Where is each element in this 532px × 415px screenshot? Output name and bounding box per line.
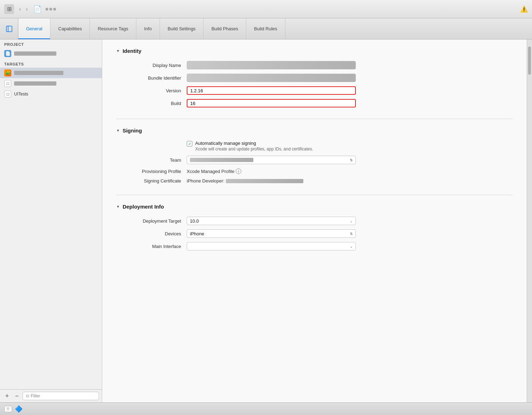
devices-arrow: ⇅ (350, 232, 353, 236)
statusbar-toggle-button[interactable]: ▽ (4, 406, 12, 412)
devices-select[interactable]: iPhone ⇅ (187, 229, 356, 238)
toolbar-dots (45, 8, 56, 11)
provisioning-row: Provisioning Profile Xcode Managed Profi… (116, 168, 513, 174)
bundle-id-label: Bundle Identifier (116, 75, 187, 81)
target3-icon: □ (4, 91, 11, 98)
build-label: Build (116, 101, 187, 106)
team-label: Team (116, 157, 187, 163)
build-input[interactable] (187, 99, 356, 107)
sidebar-item-target2[interactable]: □ (0, 78, 102, 89)
project-name (14, 51, 56, 56)
nav-back-button[interactable]: ‹ (17, 5, 23, 14)
remove-target-button[interactable]: − (13, 392, 21, 400)
deployment-section: ▼ Deployment Info Deployment Target 10.0… (116, 204, 513, 250)
content-area: ▼ Identity Display Name Bundle Identifie… (102, 39, 527, 402)
nav-forward-button[interactable]: › (24, 5, 30, 14)
scrollbar-track (527, 39, 532, 402)
auto-signing-label-group: Automatically manage signing Xcode will … (195, 141, 313, 151)
tab-build-phases[interactable]: Build Phases (204, 18, 246, 39)
file-icon: 📄 (33, 4, 43, 14)
sidebar-item-target3[interactable]: □ UITests (0, 89, 102, 99)
signing-cert-label: Signing Certificate (116, 178, 187, 184)
version-label: Version (116, 88, 187, 93)
display-name-row: Display Name (116, 61, 513, 69)
devices-label: Devices (116, 231, 187, 236)
toolbar: ⊞ ‹ › 📄 ⚠️ (0, 0, 532, 18)
statusbar: ▽ 🔷 (0, 402, 532, 415)
main-layout: PROJECT 📄 TARGETS 🧩 □ □ UITest (0, 39, 532, 402)
provisioning-info-icon[interactable]: i (236, 168, 241, 174)
identity-section-header: ▼ Identity (116, 48, 513, 54)
deployment-title: Deployment Info (123, 204, 164, 210)
tabbar: General Capabilities Resource Tags Info … (0, 18, 532, 39)
app-grid-icon: ⊞ (4, 4, 14, 14)
dot3 (53, 8, 56, 11)
identity-title: Identity (123, 48, 141, 54)
filter-input[interactable]: ⊙ Filter (23, 392, 99, 400)
project-icon: 📄 (4, 50, 11, 57)
deployment-target-label: Deployment Target (116, 218, 187, 224)
warning-icon: ⚠️ (520, 5, 528, 13)
main-interface-arrow: ⌄ (350, 244, 353, 248)
sidebar-toggle-button[interactable] (0, 18, 18, 39)
target3-label: UITests (14, 92, 28, 97)
signing-section-header: ▼ Signing (116, 128, 513, 134)
auto-signing-sub-label: Xcode will create and update profiles, a… (195, 147, 313, 151)
dot2 (49, 8, 52, 11)
scrollbar-thumb[interactable] (528, 47, 531, 75)
target1-label (14, 71, 63, 75)
deployment-toggle[interactable]: ▼ (116, 205, 120, 209)
version-input[interactable] (187, 86, 356, 95)
tab-resource-tags[interactable]: Resource Tags (90, 18, 136, 39)
dot1 (45, 8, 48, 11)
deployment-target-arrow: ⌄ (350, 219, 353, 223)
main-interface-row: Main Interface ⌄ (116, 242, 513, 250)
bundle-id-row: Bundle Identifier (116, 74, 513, 82)
deployment-target-select[interactable]: 10.0 ⌄ (187, 217, 356, 225)
add-target-button[interactable]: + (3, 392, 11, 400)
statusbar-bookmark-icon: 🔷 (15, 405, 23, 413)
target2-label (14, 81, 56, 86)
display-name-input[interactable] (187, 61, 356, 69)
target1-icon: 🧩 (4, 69, 11, 76)
bundle-id-input[interactable] (187, 74, 356, 82)
build-row: Build (116, 99, 513, 107)
devices-value: iPhone (190, 231, 204, 236)
tab-general[interactable]: General (18, 18, 50, 39)
deployment-section-header: ▼ Deployment Info (116, 204, 513, 210)
signing-cert-redacted (226, 179, 303, 183)
version-row: Version (116, 86, 513, 95)
nav-buttons: ‹ › (17, 5, 30, 14)
team-select[interactable]: ⇅ (187, 156, 356, 164)
provisioning-value: Xcode Managed Profile i (187, 168, 356, 174)
signing-section: ▼ Signing ✓ Automatically manage signing… (116, 128, 513, 184)
main-interface-select[interactable]: ⌄ (187, 242, 356, 250)
filter-icon: ⊙ (26, 394, 29, 398)
signing-title: Signing (123, 128, 142, 134)
deployment-target-value: 10.0 (190, 218, 199, 224)
tab-build-rules[interactable]: Build Rules (246, 18, 285, 39)
tab-build-settings[interactable]: Build Settings (160, 18, 204, 39)
team-value (190, 158, 253, 162)
auto-signing-main-label: Automatically manage signing (195, 141, 313, 146)
devices-row: Devices iPhone ⇅ (116, 229, 513, 238)
main-interface-label: Main Interface (116, 244, 187, 249)
tab-info[interactable]: Info (136, 18, 160, 39)
tab-list: General Capabilities Resource Tags Info … (18, 18, 532, 39)
display-name-label: Display Name (116, 63, 187, 68)
divider-2 (116, 195, 513, 195)
signing-cert-row: Signing Certificate iPhone Developer: (116, 178, 513, 184)
auto-signing-row: ✓ Automatically manage signing Xcode wil… (116, 141, 513, 151)
auto-signing-checkbox[interactable]: ✓ (187, 141, 192, 147)
team-select-arrow: ⇅ (350, 158, 353, 162)
signing-toggle[interactable]: ▼ (116, 129, 120, 132)
svg-rect-0 (6, 26, 12, 32)
sidebar-footer: + − ⊙ Filter (0, 389, 102, 402)
identity-toggle[interactable]: ▼ (116, 49, 120, 53)
sidebar-item-target1[interactable]: 🧩 (0, 68, 102, 78)
team-row: Team ⇅ (116, 156, 513, 164)
sidebar-project-item[interactable]: 📄 (0, 48, 102, 59)
deployment-target-row: Deployment Target 10.0 ⌄ (116, 217, 513, 225)
tab-capabilities[interactable]: Capabilities (50, 18, 90, 39)
divider-1 (116, 119, 513, 119)
